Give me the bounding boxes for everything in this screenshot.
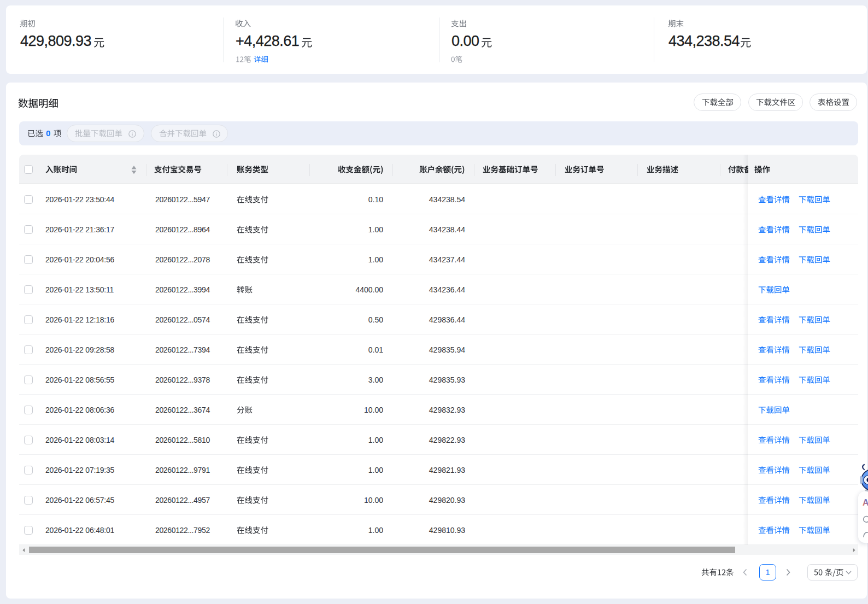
svg-text:A: A: [863, 498, 868, 507]
